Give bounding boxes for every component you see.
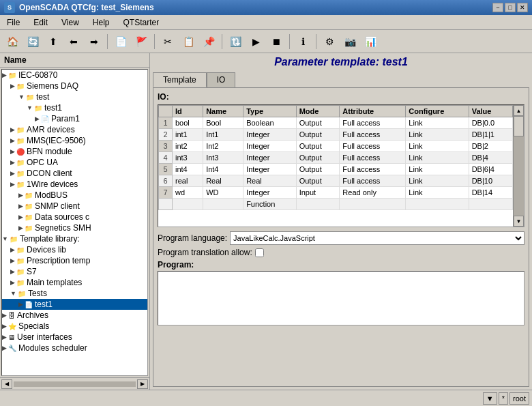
tree-item-test1_node[interactable]: ▶📄test1: [2, 299, 147, 310]
tree-item-bfn[interactable]: ▶🔴BFN module: [2, 146, 147, 157]
io-table-container[interactable]: Id Name Type Mode Attribute Configure Va…: [158, 105, 513, 227]
minimize-button[interactable]: −: [492, 3, 503, 12]
menu-edit[interactable]: Edit: [29, 16, 52, 29]
expand-btn-test[interactable]: ▼: [18, 93, 25, 100]
info-button[interactable]: ℹ: [293, 33, 312, 50]
cell-attribute-4[interactable]: Full access: [340, 164, 406, 175]
cell-name-6[interactable]: WD: [203, 187, 243, 199]
expand-btn-tests[interactable]: ▼: [10, 290, 16, 297]
up-button[interactable]: ⬆: [44, 33, 63, 50]
expand-btn-devices_lib[interactable]: ▶: [10, 246, 15, 253]
cell-mode-2[interactable]: Output: [296, 141, 340, 152]
cell-name-0[interactable]: Bool: [203, 117, 243, 129]
program-language-select[interactable]: JavaLikeCalc.JavaScriptJavaLikeCalc.Java…: [230, 231, 524, 245]
home-button[interactable]: 🏠: [3, 33, 22, 50]
program-translation-checkbox[interactable]: [255, 248, 264, 257]
table-row[interactable]: Function: [159, 199, 513, 210]
forward-button[interactable]: ➡: [85, 33, 104, 50]
cell-attribute-0[interactable]: Full access: [340, 117, 406, 129]
expand-btn-test1[interactable]: ▼: [27, 104, 33, 111]
vscroll-thumb[interactable]: [514, 116, 524, 136]
menu-file[interactable]: File: [3, 16, 24, 29]
cell-name-4[interactable]: Int4: [203, 164, 243, 175]
cell-value-0[interactable]: DB|0.0: [469, 117, 512, 129]
expand-btn-modbus[interactable]: ▶: [18, 192, 23, 199]
cell-mode-4[interactable]: Output: [296, 164, 340, 175]
cell-configure-4[interactable]: Link: [406, 164, 469, 175]
cell-type-4[interactable]: Integer: [243, 164, 297, 175]
tab-template[interactable]: Template: [153, 72, 207, 87]
tree-item-iec[interactable]: ▶📁IEC-60870: [2, 70, 147, 81]
status-dropdown-btn[interactable]: ▼: [483, 392, 497, 405]
cell-attribute-6[interactable]: Read only: [340, 187, 406, 199]
flag-button[interactable]: 🚩: [132, 33, 151, 50]
cell-attribute-1[interactable]: Full access: [340, 129, 406, 141]
tree-item-test1[interactable]: ▼📁test1: [2, 102, 147, 113]
cell-mode-5[interactable]: Output: [296, 175, 340, 187]
tree-item-test[interactable]: ▼📁test: [2, 91, 147, 102]
cell-type-7[interactable]: Function: [243, 199, 297, 210]
expand-btn-datasrc[interactable]: ▶: [18, 214, 23, 220]
cell-type-1[interactable]: Integer: [243, 129, 297, 141]
tree-item-amr[interactable]: ▶📁AMR devices: [2, 124, 147, 135]
sync-button[interactable]: 🔃: [226, 33, 245, 50]
program-textarea[interactable]: [158, 271, 524, 325]
expand-btn-test1_node[interactable]: ▶: [18, 301, 23, 308]
expand-btn-bfn[interactable]: ▶: [10, 148, 15, 155]
expand-btn-user_interfaces[interactable]: ▶: [2, 334, 7, 340]
cell-type-6[interactable]: Integer: [243, 187, 297, 199]
expand-btn-param1[interactable]: ▶: [35, 115, 40, 122]
menu-qtstarter[interactable]: QTStarter: [119, 16, 164, 29]
cell-type-3[interactable]: Integer: [243, 152, 297, 164]
expand-btn-segnetics[interactable]: ▶: [18, 224, 23, 231]
hscroll-track[interactable]: [14, 381, 136, 387]
cell-name-1[interactable]: Int1: [203, 129, 243, 141]
cell-value-7[interactable]: [469, 199, 512, 210]
tree-item-specials[interactable]: ▶⭐Specials: [2, 321, 147, 332]
tree-item-template_lib[interactable]: ▼📁Template library:: [2, 233, 147, 244]
maximize-button[interactable]: □: [505, 3, 516, 12]
cell-name-3[interactable]: Int3: [203, 152, 243, 164]
hscroll-right-btn[interactable]: ▶: [137, 379, 148, 389]
cell-name-5[interactable]: Real: [203, 175, 243, 187]
menu-help[interactable]: Help: [89, 16, 114, 29]
tree-container[interactable]: ▶📁IEC-60870▶📁Siemens DAQ▼📁test▼📁test1▶📄P…: [1, 69, 148, 376]
tree-item-devices_lib[interactable]: ▶📁Devices lib: [2, 244, 147, 255]
menu-view[interactable]: View: [57, 16, 83, 29]
cell-type-5[interactable]: Real: [243, 175, 297, 187]
copy-button[interactable]: 📋: [179, 33, 198, 50]
cell-id-5[interactable]: real: [173, 175, 203, 187]
cell-type-2[interactable]: Integer: [243, 141, 297, 152]
tree-item-param1[interactable]: ▶📄Param1: [2, 113, 147, 124]
paste-button[interactable]: 📌: [199, 33, 218, 50]
refresh-button[interactable]: 🔄: [23, 33, 42, 50]
tree-item-main_templates[interactable]: ▶📁Main templates: [2, 277, 147, 288]
expand-btn-1wire[interactable]: ▶: [10, 181, 15, 188]
cell-id-0[interactable]: bool: [173, 117, 203, 129]
cell-mode-7[interactable]: [296, 199, 340, 210]
table-row[interactable]: 4int3Int3IntegerOutputFull accessLinkDB|…: [159, 152, 513, 164]
tree-item-snmp[interactable]: ▶📁SNMP client: [2, 201, 147, 212]
expand-btn-amr[interactable]: ▶: [10, 126, 15, 133]
table-row[interactable]: 7wdWDIntegerInputRead onlyLinkDB|14: [159, 187, 513, 199]
tree-item-tests[interactable]: ▼📁Tests: [2, 288, 147, 299]
tree-item-1wire[interactable]: ▶📁1Wire devices: [2, 179, 147, 190]
cell-configure-5[interactable]: Link: [406, 175, 469, 187]
expand-btn-snmp[interactable]: ▶: [18, 203, 23, 209]
cell-attribute-3[interactable]: Full access: [340, 152, 406, 164]
cell-id-6[interactable]: wd: [173, 187, 203, 199]
cell-attribute-2[interactable]: Full access: [340, 141, 406, 152]
table-row[interactable]: 5int4Int4IntegerOutputFull accessLinkDB|…: [159, 164, 513, 175]
expand-btn-main_templates[interactable]: ▶: [10, 279, 15, 286]
expand-btn-opc[interactable]: ▶: [10, 159, 15, 166]
cell-mode-6[interactable]: Input: [296, 187, 340, 199]
expand-btn-modules_scheduler[interactable]: ▶: [2, 345, 7, 351]
vscroll-track[interactable]: [514, 116, 524, 216]
expand-btn-mms[interactable]: ▶: [10, 137, 15, 144]
cell-id-2[interactable]: int2: [173, 141, 203, 152]
tree-item-prescription[interactable]: ▶📁Prescription temp: [2, 255, 147, 266]
table-row[interactable]: 1boolBoolBooleanOutputFull accessLinkDB|…: [159, 117, 513, 129]
expand-btn-siemens[interactable]: ▶: [10, 83, 15, 89]
tab-io[interactable]: IO: [207, 72, 236, 87]
tree-item-mms[interactable]: ▶📁MMS(IEC-9506): [2, 135, 147, 146]
